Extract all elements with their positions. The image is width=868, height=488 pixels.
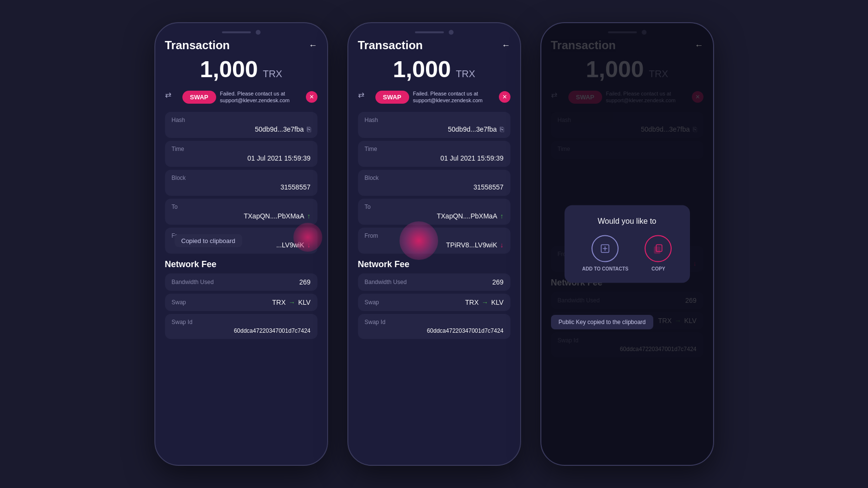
phone-2: Transaction ← 1,000 TRX ⇄ SWAP Failed. P…	[347, 22, 521, 466]
to-arrow-2: ↑	[500, 212, 504, 220]
network-fee-title-1: Network Fee	[165, 259, 317, 270]
phone-1-content: Transaction ← 1,000 TRX ⇄ SWAP Failed. P…	[155, 39, 327, 458]
notch-line-2	[415, 31, 444, 33]
status-text-1: Failed. Please contact us at support@kle…	[220, 90, 302, 104]
notch-line	[222, 31, 251, 33]
tx-header-2: Transaction ←	[358, 39, 510, 52]
block-label-2: Block	[365, 175, 504, 181]
status-bar-2: ⇄ SWAP Failed. Please contact us at supp…	[358, 90, 510, 104]
tx-amount-2: 1,000 TRX	[358, 56, 510, 82]
hash-label-2: Hash	[365, 117, 504, 123]
bandwidth-value-1: 269	[299, 278, 310, 286]
time-label-1: Time	[172, 146, 311, 152]
close-button-1[interactable]: ✕	[306, 91, 317, 103]
hash-value-2: 50db9d...3e7fba ⎘	[365, 125, 504, 133]
phone-3-content: Transaction ← 1,000 TRX ⇄ SWAP Failed. P…	[541, 39, 713, 458]
tx-title-1: Transaction	[165, 39, 230, 52]
time-value-1: 01 Jul 2021 15:59:39	[172, 154, 311, 162]
swap-icon-1: ⇄	[165, 90, 179, 104]
status-text-2: Failed. Please contact us at support@kle…	[413, 90, 495, 104]
hash-copy-icon-2[interactable]: ⎘	[500, 125, 504, 133]
back-arrow-1[interactable]: ←	[309, 41, 317, 51]
network-fee-title-2: Network Fee	[358, 259, 510, 270]
tx-header-1: Transaction ←	[165, 39, 317, 52]
block-value-2: 31558557	[365, 183, 504, 191]
hash-value-1: 50db9d...3e7fba ⎘	[172, 125, 311, 133]
time-value-2: 01 Jul 2021 15:59:39	[365, 154, 504, 162]
notch-dot-2	[449, 30, 454, 35]
tooltip-copied-1: Copied to clipboard	[175, 234, 242, 247]
tx-amount-big-2: 1,000	[393, 56, 451, 82]
block-card-2: Block 31558557	[358, 170, 510, 196]
from-value-1: Copied to clipboard ...LV9wiK ↓	[172, 241, 311, 249]
swap-row-2: Swap TRX → KLV	[365, 298, 504, 306]
copy-icon-modal[interactable]	[645, 235, 672, 262]
from-arrow-1: ↓	[307, 241, 311, 249]
fee-card-1: Bandwidth Used 269	[165, 273, 317, 291]
time-card-1: Time 01 Jul 2021 15:59:39	[165, 141, 317, 167]
bandwidth-label-2: Bandwidth Used	[365, 279, 407, 285]
swap-section-label-2: Swap	[365, 299, 379, 306]
copy-label: COPY	[651, 266, 665, 271]
fee-card-2: Bandwidth Used 269	[358, 273, 510, 291]
to-label-1: To	[172, 203, 311, 210]
to-value-1: TXapQN....PbXMaA ↑	[172, 212, 311, 220]
pk-toast: Public Key copied to the clipboard	[551, 315, 654, 329]
swap-direction-2: TRX → KLV	[465, 298, 503, 306]
phone-1: Transaction ← 1,000 TRX ⇄ SWAP Failed. P…	[154, 22, 328, 466]
hash-label-1: Hash	[172, 117, 311, 123]
swap-direction-1: TRX → KLV	[272, 298, 310, 306]
svg-rect-2	[654, 247, 660, 254]
back-arrow-2[interactable]: ←	[502, 41, 510, 51]
tx-amount-big-1: 1,000	[200, 56, 258, 82]
swap-row-1: Swap TRX → KLV	[172, 298, 311, 306]
block-card-1: Block 31558557	[165, 170, 317, 196]
add-contacts-label: ADD TO CONTACTS	[582, 266, 629, 271]
bandwidth-label-1: Bandwidth Used	[172, 279, 214, 285]
phone-2-content: Transaction ← 1,000 TRX ⇄ SWAP Failed. P…	[348, 39, 520, 458]
fee-row-2: Bandwidth Used 269	[365, 278, 504, 286]
swap-arrow-icon-1: →	[289, 298, 295, 306]
swap-id-label-2: Swap Id	[365, 319, 504, 325]
swap-button-1[interactable]: SWAP	[182, 91, 216, 104]
block-label-1: Block	[172, 175, 311, 181]
swap-arrow-icon-2: →	[482, 298, 488, 306]
from-card-2: From TPiRV8...LV9wiK ↓	[358, 228, 510, 254]
add-to-contacts-action[interactable]: ADD TO CONTACTS	[582, 235, 629, 271]
hash-card-1: Hash 50db9d...3e7fba ⎘	[165, 112, 317, 138]
phone-notch-1	[155, 23, 327, 39]
modal-actions: ADD TO CONTACTS COPY	[574, 235, 680, 271]
from-arrow-2: ↓	[500, 241, 504, 249]
from-label-2: From	[365, 232, 504, 239]
phone-3: Transaction ← 1,000 TRX ⇄ SWAP Failed. P…	[540, 22, 714, 466]
swap-card-1: Swap TRX → KLV	[165, 294, 317, 311]
swap-id-value-2: 60ddca47220347001d7c7424	[365, 327, 504, 334]
to-label-2: To	[365, 203, 504, 210]
to-value-2: TXapQN....PbXMaA ↑	[365, 212, 504, 220]
swap-id-card-2: Swap Id 60ddca47220347001d7c7424	[358, 314, 510, 339]
block-value-1: 31558557	[172, 183, 311, 191]
to-card-2: To TXapQN....PbXMaA ↑	[358, 199, 510, 225]
swap-card-2: Swap TRX → KLV	[358, 294, 510, 311]
add-contacts-icon[interactable]	[592, 235, 619, 262]
copy-action[interactable]: COPY	[645, 235, 672, 271]
swap-icon-2: ⇄	[358, 90, 372, 104]
modal-title: Would you like to	[574, 217, 680, 226]
from-value-2: TPiRV8...LV9wiK ↓	[365, 241, 504, 249]
notch-dot	[256, 30, 261, 35]
phones-container: Transaction ← 1,000 TRX ⇄ SWAP Failed. P…	[154, 22, 714, 466]
tx-amount-1: 1,000 TRX	[165, 56, 317, 82]
hash-card-2: Hash 50db9d...3e7fba ⎘	[358, 112, 510, 138]
hash-copy-icon-1[interactable]: ⎘	[307, 125, 311, 133]
swap-id-card-1: Swap Id 60ddca47220347001d7c7424	[165, 314, 317, 339]
swap-section-label-1: Swap	[172, 299, 186, 306]
swap-id-value-1: 60ddca47220347001d7c7424	[172, 327, 311, 334]
phone-notch-2	[348, 23, 520, 39]
modal-box: Would you like to ADD TO CONTACTS	[565, 205, 690, 283]
tx-title-2: Transaction	[358, 39, 423, 52]
close-button-2[interactable]: ✕	[499, 91, 510, 103]
time-label-2: Time	[365, 146, 504, 152]
tx-currency-1: TRX	[263, 68, 282, 79]
swap-id-label-1: Swap Id	[172, 319, 311, 325]
swap-button-2[interactable]: SWAP	[375, 91, 409, 104]
